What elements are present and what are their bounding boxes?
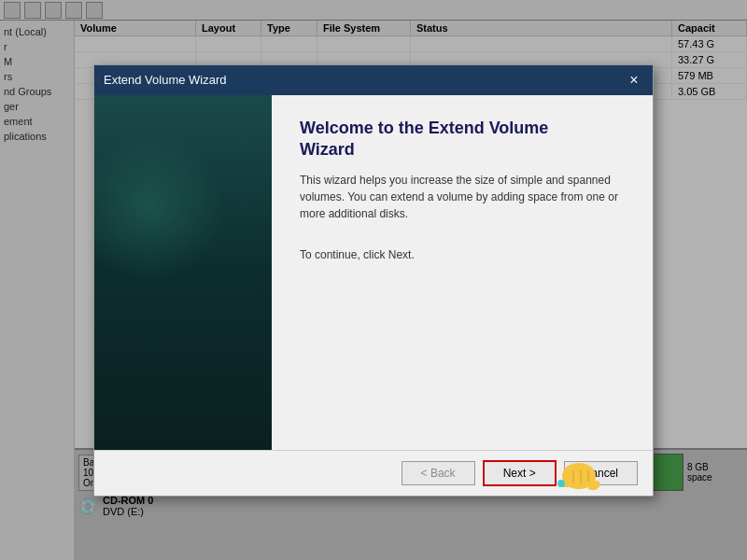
extend-volume-dialog: Extend Volume Wizard × Welcome to the Ex…: [93, 64, 654, 497]
dialog-footer: < Back Next > Cancel: [94, 450, 653, 496]
dialog-titlebar: Extend Volume Wizard ×: [94, 65, 653, 95]
dialog-body: Welcome to the Extend VolumeWizard This …: [94, 95, 653, 450]
dialog-left-panel: [94, 95, 272, 450]
dialog-description: This wizard helps you increase the size …: [300, 172, 625, 222]
dialog-close-button[interactable]: ×: [625, 71, 643, 90]
cancel-button[interactable]: Cancel: [564, 461, 638, 485]
dialog-overlay: Extend Volume Wizard × Welcome to the Ex…: [0, 0, 747, 560]
back-button[interactable]: < Back: [402, 461, 475, 485]
dialog-main-title: Welcome to the Extend VolumeWizard: [300, 118, 625, 161]
dialog-right-panel: Welcome to the Extend VolumeWizard This …: [272, 95, 653, 450]
dialog-continue-text: To continue, click Next.: [300, 248, 625, 261]
dialog-title: Extend Volume Wizard: [104, 73, 227, 87]
next-button[interactable]: Next >: [483, 460, 557, 486]
